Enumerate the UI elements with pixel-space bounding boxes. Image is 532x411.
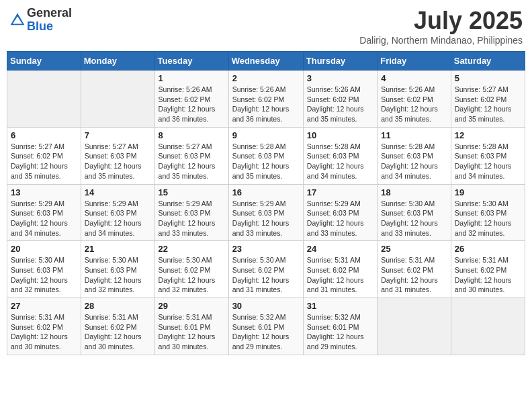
logo-text: General Blue bbox=[27, 7, 72, 34]
day-number: 18 bbox=[381, 187, 447, 197]
week-row-5: 27Sunrise: 5:31 AM Sunset: 6:02 PM Dayli… bbox=[7, 298, 525, 355]
logo-general-text: General bbox=[27, 7, 72, 20]
day-info: Sunrise: 5:27 AM Sunset: 6:03 PM Dayligh… bbox=[85, 142, 151, 181]
table-cell: 13Sunrise: 5:29 AM Sunset: 6:03 PM Dayli… bbox=[7, 184, 81, 241]
day-number: 31 bbox=[307, 301, 373, 311]
table-cell: 28Sunrise: 5:31 AM Sunset: 6:02 PM Dayli… bbox=[81, 298, 154, 355]
table-cell: 22Sunrise: 5:30 AM Sunset: 6:02 PM Dayli… bbox=[154, 241, 228, 298]
table-cell: 17Sunrise: 5:29 AM Sunset: 6:03 PM Dayli… bbox=[303, 184, 377, 241]
table-cell: 27Sunrise: 5:31 AM Sunset: 6:02 PM Dayli… bbox=[7, 298, 81, 355]
table-cell: 5Sunrise: 5:27 AM Sunset: 6:02 PM Daylig… bbox=[451, 71, 525, 128]
table-cell: 15Sunrise: 5:29 AM Sunset: 6:03 PM Dayli… bbox=[154, 184, 228, 241]
day-info: Sunrise: 5:31 AM Sunset: 6:02 PM Dayligh… bbox=[455, 255, 521, 295]
table-cell: 23Sunrise: 5:30 AM Sunset: 6:02 PM Dayli… bbox=[228, 241, 303, 298]
day-info: Sunrise: 5:31 AM Sunset: 6:02 PM Dayligh… bbox=[11, 312, 77, 352]
day-number: 2 bbox=[232, 73, 300, 83]
table-cell bbox=[378, 298, 451, 355]
calendar-table: SundayMondayTuesdayWednesdayThursdayFrid… bbox=[7, 51, 525, 355]
day-number: 8 bbox=[159, 130, 225, 140]
table-cell: 1Sunrise: 5:26 AM Sunset: 6:02 PM Daylig… bbox=[154, 71, 228, 128]
day-info: Sunrise: 5:28 AM Sunset: 6:03 PM Dayligh… bbox=[381, 142, 447, 181]
day-number: 16 bbox=[232, 187, 300, 197]
day-number: 4 bbox=[381, 73, 447, 83]
weekday-header-monday: Monday bbox=[81, 52, 154, 71]
week-row-2: 6Sunrise: 5:27 AM Sunset: 6:02 PM Daylig… bbox=[7, 127, 525, 184]
day-number: 25 bbox=[381, 244, 447, 254]
day-number: 1 bbox=[159, 73, 225, 83]
day-info: Sunrise: 5:31 AM Sunset: 6:02 PM Dayligh… bbox=[307, 255, 373, 295]
table-cell: 20Sunrise: 5:30 AM Sunset: 6:03 PM Dayli… bbox=[7, 241, 81, 298]
logo-blue-text: Blue bbox=[27, 20, 72, 34]
day-number: 9 bbox=[232, 130, 300, 140]
day-info: Sunrise: 5:31 AM Sunset: 6:02 PM Dayligh… bbox=[85, 312, 151, 352]
table-cell: 12Sunrise: 5:28 AM Sunset: 6:03 PM Dayli… bbox=[451, 127, 525, 184]
day-number: 27 bbox=[11, 301, 77, 311]
day-number: 10 bbox=[307, 130, 373, 140]
day-number: 15 bbox=[159, 187, 225, 197]
table-cell: 21Sunrise: 5:30 AM Sunset: 6:03 PM Dayli… bbox=[81, 241, 154, 298]
table-cell: 18Sunrise: 5:30 AM Sunset: 6:03 PM Dayli… bbox=[378, 184, 451, 241]
day-info: Sunrise: 5:29 AM Sunset: 6:03 PM Dayligh… bbox=[85, 199, 151, 238]
day-number: 3 bbox=[307, 73, 373, 83]
day-number: 19 bbox=[455, 187, 521, 197]
day-info: Sunrise: 5:26 AM Sunset: 6:02 PM Dayligh… bbox=[159, 85, 225, 124]
table-cell: 11Sunrise: 5:28 AM Sunset: 6:03 PM Dayli… bbox=[378, 127, 451, 184]
day-info: Sunrise: 5:30 AM Sunset: 6:02 PM Dayligh… bbox=[159, 255, 225, 295]
table-cell bbox=[81, 71, 154, 128]
day-number: 12 bbox=[455, 130, 521, 140]
day-number: 17 bbox=[307, 187, 373, 197]
table-cell: 14Sunrise: 5:29 AM Sunset: 6:03 PM Dayli… bbox=[81, 184, 154, 241]
month-title: July 2025 bbox=[359, 7, 523, 35]
weekday-header-tuesday: Tuesday bbox=[154, 52, 228, 71]
day-info: Sunrise: 5:27 AM Sunset: 6:02 PM Dayligh… bbox=[11, 142, 77, 181]
day-number: 23 bbox=[232, 244, 300, 254]
week-row-3: 13Sunrise: 5:29 AM Sunset: 6:03 PM Dayli… bbox=[7, 184, 525, 241]
day-number: 5 bbox=[455, 73, 521, 83]
day-number: 29 bbox=[159, 301, 225, 311]
table-cell: 7Sunrise: 5:27 AM Sunset: 6:03 PM Daylig… bbox=[81, 127, 154, 184]
table-cell: 4Sunrise: 5:26 AM Sunset: 6:02 PM Daylig… bbox=[378, 71, 451, 128]
table-cell: 6Sunrise: 5:27 AM Sunset: 6:02 PM Daylig… bbox=[7, 127, 81, 184]
day-info: Sunrise: 5:30 AM Sunset: 6:03 PM Dayligh… bbox=[11, 255, 77, 295]
table-cell bbox=[451, 298, 525, 355]
table-cell: 24Sunrise: 5:31 AM Sunset: 6:02 PM Dayli… bbox=[303, 241, 377, 298]
weekday-header-thursday: Thursday bbox=[303, 52, 377, 71]
day-info: Sunrise: 5:27 AM Sunset: 6:03 PM Dayligh… bbox=[159, 142, 225, 181]
day-number: 30 bbox=[232, 301, 300, 311]
weekday-header-saturday: Saturday bbox=[451, 52, 525, 71]
day-info: Sunrise: 5:30 AM Sunset: 6:03 PM Dayligh… bbox=[85, 255, 151, 295]
day-info: Sunrise: 5:29 AM Sunset: 6:03 PM Dayligh… bbox=[307, 199, 373, 238]
page-header: General Blue July 2025 Dalirig, Northern… bbox=[7, 7, 525, 46]
day-info: Sunrise: 5:30 AM Sunset: 6:02 PM Dayligh… bbox=[232, 255, 300, 295]
day-info: Sunrise: 5:26 AM Sunset: 6:02 PM Dayligh… bbox=[232, 85, 300, 124]
table-cell: 31Sunrise: 5:32 AM Sunset: 6:01 PM Dayli… bbox=[303, 298, 377, 355]
day-info: Sunrise: 5:26 AM Sunset: 6:02 PM Dayligh… bbox=[307, 85, 373, 124]
table-cell: 8Sunrise: 5:27 AM Sunset: 6:03 PM Daylig… bbox=[154, 127, 228, 184]
day-info: Sunrise: 5:31 AM Sunset: 6:01 PM Dayligh… bbox=[159, 312, 225, 352]
table-cell: 10Sunrise: 5:28 AM Sunset: 6:03 PM Dayli… bbox=[303, 127, 377, 184]
logo-icon bbox=[9, 12, 26, 28]
day-number: 11 bbox=[381, 130, 447, 140]
day-number: 21 bbox=[85, 244, 151, 254]
day-number: 13 bbox=[11, 187, 77, 197]
day-number: 28 bbox=[85, 301, 151, 311]
table-cell: 26Sunrise: 5:31 AM Sunset: 6:02 PM Dayli… bbox=[451, 241, 525, 298]
day-number: 24 bbox=[307, 244, 373, 254]
week-row-4: 20Sunrise: 5:30 AM Sunset: 6:03 PM Dayli… bbox=[7, 241, 525, 298]
day-info: Sunrise: 5:32 AM Sunset: 6:01 PM Dayligh… bbox=[232, 312, 300, 352]
table-cell: 29Sunrise: 5:31 AM Sunset: 6:01 PM Dayli… bbox=[154, 298, 228, 355]
weekday-header-sunday: Sunday bbox=[7, 52, 81, 71]
day-info: Sunrise: 5:29 AM Sunset: 6:03 PM Dayligh… bbox=[159, 199, 225, 238]
day-info: Sunrise: 5:29 AM Sunset: 6:03 PM Dayligh… bbox=[11, 199, 77, 238]
table-cell: 2Sunrise: 5:26 AM Sunset: 6:02 PM Daylig… bbox=[228, 71, 303, 128]
table-cell: 25Sunrise: 5:31 AM Sunset: 6:02 PM Dayli… bbox=[378, 241, 451, 298]
day-number: 22 bbox=[159, 244, 225, 254]
table-cell bbox=[7, 71, 81, 128]
day-info: Sunrise: 5:26 AM Sunset: 6:02 PM Dayligh… bbox=[381, 85, 447, 124]
day-info: Sunrise: 5:28 AM Sunset: 6:03 PM Dayligh… bbox=[455, 142, 521, 181]
table-cell: 3Sunrise: 5:26 AM Sunset: 6:02 PM Daylig… bbox=[303, 71, 377, 128]
location-subtitle: Dalirig, Northern Mindanao, Philippines bbox=[359, 35, 523, 46]
day-info: Sunrise: 5:32 AM Sunset: 6:01 PM Dayligh… bbox=[307, 312, 373, 352]
table-cell: 16Sunrise: 5:29 AM Sunset: 6:03 PM Dayli… bbox=[228, 184, 303, 241]
weekday-header-wednesday: Wednesday bbox=[228, 52, 303, 71]
